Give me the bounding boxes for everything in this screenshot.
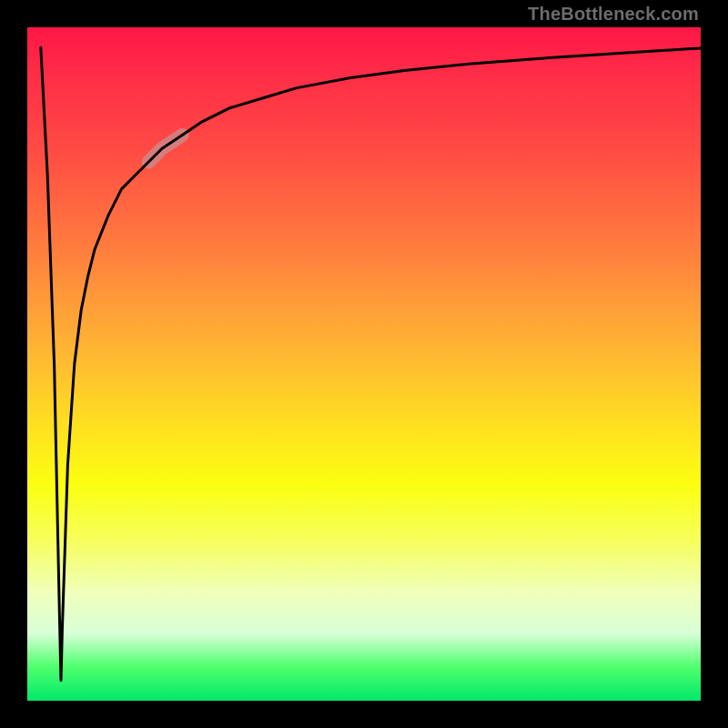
chart-svg [27,27,701,701]
watermark-label: TheBottleneck.com [528,4,699,25]
plot-area [27,27,701,701]
bottleneck-curve [41,47,701,681]
chart-frame: TheBottleneck.com [0,0,728,728]
